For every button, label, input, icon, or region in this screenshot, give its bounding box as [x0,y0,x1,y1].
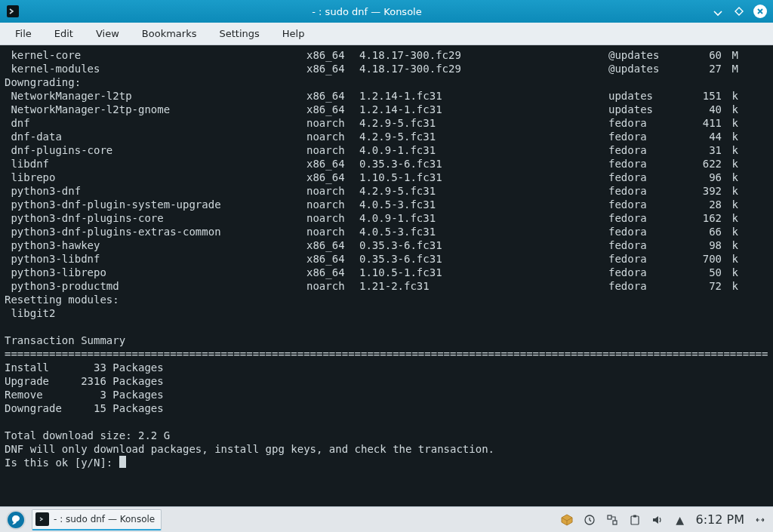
pkg-version: 4.2.9-5.fc31 [359,184,608,198]
tray-show-desktop-icon[interactable] [753,513,767,527]
tray-volume-icon[interactable] [651,513,664,527]
pkg-size: 98 [688,238,722,252]
menu-view[interactable]: View [85,25,130,42]
pkg-version: 1.21-2.fc31 [359,279,608,293]
pkg-arch: noarch [306,130,359,143]
svg-rect-2 [608,515,611,519]
menu-settings[interactable]: Settings [208,25,269,42]
pkg-size: 31 [688,143,722,157]
tray-clipboard-icon[interactable] [628,513,642,527]
menu-bookmarks[interactable]: Bookmarks [131,25,208,42]
pkg-repo: fedora [608,130,688,143]
terminal-prompt[interactable]: Is this ok [y/N]: [5,456,768,469]
pkg-arch: x86_64 [306,89,359,103]
maximize-button[interactable] [732,5,746,18]
pkg-size: 40 [688,103,722,116]
pkg-version: 4.2.9-5.fc31 [359,130,608,143]
pkg-name: dnf-plugins-core [5,143,306,157]
tray-package-icon[interactable] [560,513,574,527]
window-controls [711,5,767,18]
menu-help[interactable]: Help [272,25,316,42]
pkg-arch: x86_64 [306,62,359,75]
cursor [119,456,126,468]
svg-rect-5 [633,515,636,517]
close-button[interactable] [753,5,767,18]
pkg-arch: noarch [306,198,359,211]
pkg-name: python3-dnf-plugins-core [5,211,306,225]
pkg-unit: k [722,89,738,103]
pkg-repo: fedora [608,266,688,279]
pkg-repo: updates [608,89,688,103]
terminal-text: Downgrading: [5,75,768,89]
pkg-size: 27 [688,62,722,75]
pkg-size: 28 [688,198,722,211]
pkg-version: 4.0.5-3.fc31 [359,198,608,211]
pkg-size: 392 [688,184,722,198]
pkg-name: libdnf [5,157,306,171]
terminal-text: Total download size: 2.2 G [5,429,768,442]
pkg-repo: fedora [608,252,688,266]
summary-row: Upgrade 2316 Packages [5,374,768,388]
pkg-repo: fedora [608,225,688,238]
pkg-repo: fedora [608,279,688,293]
pkg-arch: noarch [306,184,359,198]
menu-file[interactable]: File [5,25,42,42]
tray-update-icon[interactable] [583,513,596,527]
pkg-unit: k [722,238,738,252]
pkg-size: 60 [688,48,722,62]
pkg-version: 0.35.3-6.fc31 [359,238,608,252]
pkg-version: 1.2.14-1.fc31 [359,103,608,116]
terminal-text: Transaction Summary [5,334,768,347]
pkg-unit: k [722,252,738,266]
pkg-version: 4.18.17-300.fc29 [359,48,608,62]
pkg-version: 4.0.9-1.fc31 [359,143,608,157]
summary-row: Install 33 Packages [5,361,768,374]
pkg-size: 72 [688,279,722,293]
pkg-unit: k [722,157,738,171]
pkg-size: 96 [688,171,722,184]
pkg-repo: fedora [608,116,688,130]
pkg-repo: updates [608,103,688,116]
pkg-size: 411 [688,116,722,130]
taskbar-app-label: - : sudo dnf — Konsole [54,514,155,524]
pkg-name: python3-dnf-plugin-system-upgrade [5,198,306,211]
pkg-version: 0.35.3-6.fc31 [359,252,608,266]
start-button[interactable] [6,510,26,530]
pkg-arch: noarch [306,225,359,238]
titlebar: - : sudo dnf — Konsole [0,0,773,23]
pkg-unit: k [722,103,738,116]
pkg-unit: k [722,184,738,198]
pkg-arch: x86_64 [306,103,359,116]
pkg-unit: k [722,130,738,143]
pkg-arch: x86_64 [306,157,359,171]
tray-expand-icon[interactable]: ▲ [673,513,687,527]
pkg-name: python3-dnf-plugins-extras-common [5,225,306,238]
terminal-text: libgit2 [5,306,768,320]
pkg-version: 4.0.5-3.fc31 [359,225,608,238]
pkg-unit: k [722,211,738,225]
pkg-arch: x86_64 [306,238,359,252]
pkg-size: 622 [688,157,722,171]
window-title: - : sudo dnf — Konsole [23,6,711,17]
pkg-size: 700 [688,252,722,266]
pkg-repo: fedora [608,157,688,171]
pkg-size: 50 [688,266,722,279]
pkg-unit: k [722,171,738,184]
pkg-name: librepo [5,171,306,184]
terminal-text: DNF will only download packages, install… [5,442,768,456]
pkg-unit: k [722,279,738,293]
menu-edit[interactable]: Edit [44,25,84,42]
pkg-name: dnf [5,116,306,130]
clock[interactable]: 6:12 PM [696,512,744,527]
pkg-version: 4.18.17-300.fc29 [359,62,608,75]
terminal-output[interactable]: kernel-corex86_644.18.17-300.fc29@update… [0,45,773,506]
pkg-arch: x86_64 [306,48,359,62]
pkg-repo: @updates [608,48,688,62]
minimize-button[interactable] [711,5,725,18]
pkg-arch: noarch [306,279,359,293]
taskbar-app-button[interactable]: - : sudo dnf — Konsole [32,509,162,530]
tray-network-icon[interactable] [605,513,619,527]
pkg-repo: fedora [608,238,688,252]
pkg-version: 1.10.5-1.fc31 [359,266,608,279]
pkg-version: 1.2.14-1.fc31 [359,89,608,103]
